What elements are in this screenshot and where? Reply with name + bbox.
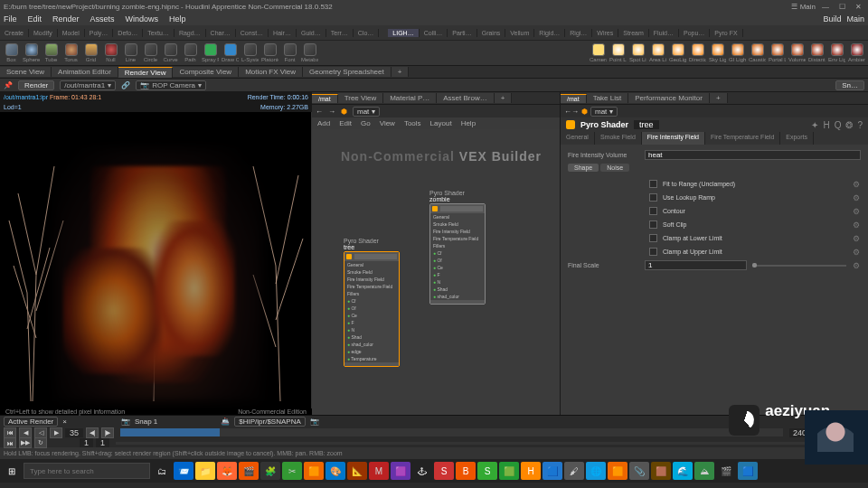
tb-app[interactable]: 🟦 xyxy=(542,462,562,480)
param-folder-tab[interactable]: General xyxy=(561,132,595,145)
net-menu-tools[interactable]: Tools xyxy=(404,119,421,127)
tb-app[interactable]: 📨 xyxy=(174,462,193,480)
tb-app[interactable]: S xyxy=(477,462,497,480)
tb-app[interactable]: 🖌 xyxy=(564,462,584,480)
shelf-tab[interactable]: Parti… xyxy=(448,29,476,37)
param-icon[interactable]: Q xyxy=(835,120,842,130)
param-folder-tab[interactable]: Smoke Field xyxy=(595,132,642,145)
desktop-main[interactable]: Main xyxy=(846,14,864,23)
shelf-tool[interactable]: Directional xyxy=(689,43,706,63)
pane-tab[interactable]: Motion FX View xyxy=(239,67,303,77)
minimize-button[interactable]: — xyxy=(819,3,832,11)
shelf-tool[interactable]: GI Light xyxy=(729,43,746,63)
shelf-tab[interactable]: Poly… xyxy=(85,29,114,37)
shelf-tool[interactable]: Distant Light xyxy=(808,43,826,63)
shelf-tool[interactable]: Path xyxy=(182,43,199,63)
shelf-tool[interactable]: Portal Light xyxy=(769,43,786,63)
shelf-tool[interactable]: Draw Curve xyxy=(222,43,239,63)
tb-app[interactable]: ✂ xyxy=(282,462,302,480)
shelf-tab[interactable]: Terr… xyxy=(326,29,354,37)
shelf-tab[interactable]: Clo… xyxy=(354,29,380,37)
param-tab[interactable]: /mat xyxy=(561,94,587,103)
param-fwd-icon[interactable]: → xyxy=(571,108,579,116)
gear-icon[interactable]: ⚙ xyxy=(852,193,861,202)
windows-search[interactable] xyxy=(24,463,150,479)
param-folder-tab-fire-intensity[interactable]: Fire Intensity Field xyxy=(642,132,705,145)
net-tab[interactable]: Material P… xyxy=(383,93,437,103)
param-path-select[interactable]: mat ▾ xyxy=(590,107,618,117)
tb-app[interactable]: 📎 xyxy=(629,462,649,480)
shelf-tool[interactable]: Tube xyxy=(42,43,60,63)
shelf-tab[interactable]: Pyro FX xyxy=(710,29,742,37)
param-tab[interactable]: Performance Monitor xyxy=(628,93,710,103)
tb-app[interactable]: 🌊 xyxy=(673,462,693,480)
step-back[interactable]: ◀| xyxy=(86,427,99,438)
chk-clamp-lower[interactable] xyxy=(649,234,657,242)
tb-app[interactable]: 🎬 xyxy=(239,462,259,480)
sub-tab-noise[interactable]: Noise xyxy=(600,164,629,172)
net-tab[interactable]: Asset Brow… xyxy=(437,93,494,103)
net-tab[interactable]: /mat xyxy=(312,94,338,103)
shelf-tab[interactable]: Rigi… xyxy=(565,29,592,37)
chk-clamp-upper[interactable] xyxy=(649,248,657,256)
tb-app[interactable]: 🟦 xyxy=(738,462,758,480)
tb-app[interactable]: S xyxy=(434,462,454,480)
tb-app[interactable]: 📁 xyxy=(195,462,215,480)
shelf-tool[interactable]: Ambient Light xyxy=(848,43,865,63)
play-last[interactable]: ⏭ xyxy=(4,437,16,448)
shelf-tool[interactable]: Spray Paint xyxy=(202,43,219,63)
tb-app[interactable]: 🕹 xyxy=(412,462,432,480)
sub-tab-shape[interactable]: Shape xyxy=(568,164,599,172)
timeline-track[interactable] xyxy=(120,428,783,436)
chk-soft-clip[interactable] xyxy=(649,221,657,229)
menu-help[interactable]: Help xyxy=(169,14,186,23)
param-help-icon[interactable]: ? xyxy=(857,120,863,130)
pane-tab-render-view[interactable]: Render View xyxy=(118,67,174,78)
net-path-select[interactable]: mat ▾ xyxy=(353,107,380,117)
gear-icon[interactable]: ⚙ xyxy=(852,180,861,189)
param-tab[interactable]: Take List xyxy=(587,93,629,103)
snapshot-button[interactable]: Sn… xyxy=(835,80,864,90)
param-icon[interactable]: H xyxy=(823,120,829,130)
shelf-tool[interactable]: Font xyxy=(281,43,298,63)
net-tab[interactable]: + xyxy=(495,93,513,103)
chk-contour[interactable] xyxy=(649,207,657,215)
shelf-tab[interactable]: Defo… xyxy=(113,29,143,37)
frame-start2[interactable]: 1 xyxy=(96,438,109,447)
maximize-button[interactable]: ☐ xyxy=(835,3,848,11)
tb-app[interactable]: 🌐 xyxy=(586,462,606,480)
fiv-input[interactable] xyxy=(645,150,861,160)
active-render-select[interactable]: Active Render xyxy=(4,417,58,427)
param-back-icon[interactable]: ← xyxy=(564,108,571,116)
menu-assets[interactable]: Assets xyxy=(90,14,115,23)
pane-tab[interactable]: Animation Editor xyxy=(52,67,118,77)
link-icon[interactable]: 🔗 xyxy=(121,81,130,89)
pane-tab[interactable]: Geometry Spreadsheet xyxy=(303,67,392,77)
desktop-build[interactable]: Build xyxy=(823,14,841,23)
play-loop[interactable]: ↻ xyxy=(34,437,47,448)
shelf-tool[interactable]: Point Light xyxy=(609,43,627,63)
gear-icon[interactable]: ⚙ xyxy=(852,248,861,257)
shelf-tool[interactable]: Sphere xyxy=(23,43,40,63)
shelf-tab[interactable]: Textu… xyxy=(143,29,175,37)
final-scale-input[interactable] xyxy=(645,260,747,270)
shelf-tab[interactable]: Const… xyxy=(236,29,269,37)
shelf-tool[interactable]: Sky Light xyxy=(709,43,726,63)
net-fwd-icon[interactable]: → xyxy=(328,108,335,116)
net-tab[interactable]: Tree View xyxy=(338,93,384,103)
shelf-tool[interactable]: Platonic xyxy=(261,43,278,63)
frame-start[interactable]: 1 xyxy=(80,438,93,447)
shelf-tool[interactable]: GeoLight xyxy=(669,43,686,63)
shelf-tool[interactable]: Curve xyxy=(162,43,179,63)
step-fwd[interactable]: |▶ xyxy=(101,427,114,438)
tb-app[interactable]: 🎨 xyxy=(326,462,345,480)
play-next[interactable]: ▶▶ xyxy=(19,437,32,448)
close-icon[interactable]: × xyxy=(62,418,67,426)
shelf-tool[interactable]: Env Light xyxy=(828,43,845,63)
shelf-tab[interactable]: LIGH… xyxy=(388,29,419,37)
ship-path[interactable]: $HIP/ipr/$SNAPNA xyxy=(234,417,305,427)
shelf-tool[interactable]: Area Light xyxy=(649,43,666,63)
shelf-tab[interactable]: Fluid… xyxy=(649,29,679,37)
render-button[interactable]: Render xyxy=(18,80,54,90)
chk-lookup-ramp[interactable] xyxy=(649,193,657,202)
